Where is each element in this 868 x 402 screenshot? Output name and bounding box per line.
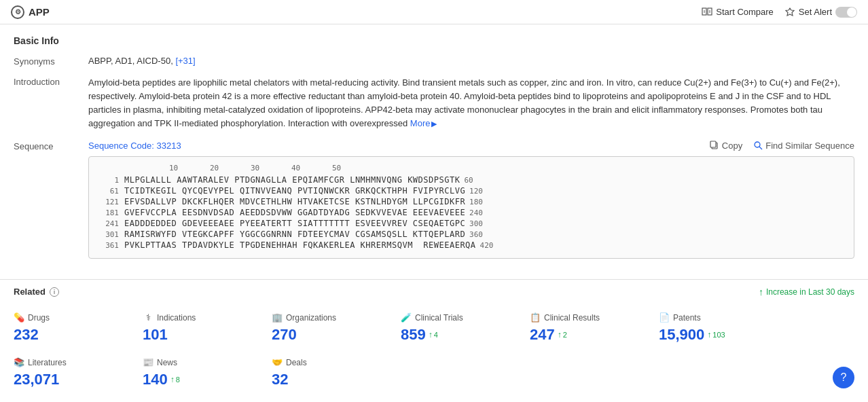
stats-grid: 💊 Drugs 232 ⚕ Indications 101 🏢 Organiza… — [0, 304, 868, 402]
copy-label: Copy — [722, 141, 742, 151]
stat-label: 📰 News — [143, 357, 272, 368]
sequence-row-item: 361PVKLPTTAAS TPDAVDKYLE TPGDENEHHAH FQK… — [97, 240, 846, 250]
stat-label: 📚 Literatures — [14, 357, 143, 368]
sequence-row-item: 121EFVSDALLVP DKCKFLHQER MDVCETHLHW HTVA… — [97, 197, 846, 206]
stat-value: 32 — [272, 371, 401, 388]
stat-badge: ↑ 8 — [170, 375, 180, 384]
basic-info-title: Basic Info — [14, 35, 854, 46]
seq-data: EFVSDALLVP DKCKFLHQER MDVCETHLHW HTVAKET… — [124, 197, 465, 206]
sequence-row-item: 61TCIDTKEGIL QYCQEVYPEL QITNVVEANQ PVTIQ… — [97, 186, 846, 196]
stat-value: 247 ↑ 2 — [530, 326, 659, 344]
header: ⚙ APP Start Compare Set Alert — [0, 0, 868, 24]
stat-label: 📄 Patents — [659, 312, 788, 323]
app-title: APP — [29, 6, 50, 18]
stat-item[interactable]: 🏢 Organizations 270 — [272, 312, 401, 344]
stat-item[interactable]: ⚕ Indications 101 — [143, 312, 272, 344]
seq-start-num: 121 — [97, 198, 124, 206]
app-logo: ⚙ APP — [11, 5, 50, 19]
header-actions: Start Compare Set Alert — [702, 7, 857, 18]
find-similar-button[interactable]: Find Similar Sequence — [753, 141, 854, 151]
increase-arrow-icon: ↑ — [759, 287, 763, 297]
seq-data: TCIDTKEGIL QYCQEVYPEL QITNVVEANQ PVTIQNW… — [124, 186, 465, 196]
stat-badge: ↑ 2 — [558, 330, 567, 340]
seq-start-num: 181 — [97, 208, 124, 217]
stat-value: 140 ↑ 8 — [143, 371, 272, 388]
seq-start-num: 1 — [97, 176, 124, 185]
synonyms-text: ABPP, AD1, AICD-50, — [88, 56, 173, 66]
stat-badge: ↑ 103 — [707, 330, 725, 340]
copy-button[interactable]: Copy — [710, 141, 742, 151]
stat-label: 🧪 Clinical Trials — [401, 312, 530, 323]
main-content: Basic Info Synonyms ABPP, AD1, AICD-50, … — [0, 24, 868, 279]
sequence-row-item: 241EADDDEDDED GDEVEEEAEE PYEEATERTT SIAT… — [97, 219, 846, 228]
stat-label: 🏢 Organizations — [272, 312, 401, 323]
stat-item[interactable]: 🧪 Clinical Trials 859 ↑ 4 — [401, 312, 530, 344]
svg-line-7 — [759, 147, 762, 149]
more-link[interactable]: More▶ — [410, 118, 437, 128]
stat-label: 💊 Drugs — [14, 312, 143, 323]
seq-start-num: 301 — [97, 230, 124, 239]
set-alert-button[interactable]: Set Alert — [784, 7, 857, 18]
seq-data: MLPGLALLL AAWTARALEV PTDGNAGLLA EPQIAMFC… — [124, 175, 460, 185]
stat-item[interactable]: 📰 News 140 ↑ 8 — [143, 357, 272, 388]
related-right: ↑ Increase in Last 30 days — [759, 287, 854, 297]
sequence-actions: Copy Find Similar Sequence — [710, 141, 854, 151]
introduction-text: Amyloid-beta peptides are lipophilic met… — [88, 77, 840, 128]
synonyms-row: Synonyms ABPP, AD1, AICD-50, [+31] — [14, 56, 854, 67]
seq-start-num: 61 — [97, 187, 124, 196]
synonyms-more-link[interactable]: [+31] — [175, 56, 195, 66]
stat-item[interactable]: 📚 Literatures 23,071 — [14, 357, 143, 388]
indications-icon: ⚕ — [143, 312, 153, 323]
stat-value: 15,900 ↑ 103 — [659, 326, 788, 344]
stat-value: 232 — [14, 326, 143, 344]
sequence-row-item: 1MLPGLALLL AAWTARALEV PTDGNAGLLA EPQIAMF… — [97, 175, 846, 185]
increase-label: Increase in Last 30 days — [766, 287, 854, 297]
results-icon: 📋 — [530, 312, 541, 323]
lit-icon: 📚 — [14, 357, 24, 368]
stat-label: 📋 Clinical Results — [530, 312, 659, 323]
stat-item[interactable]: 📋 Clinical Results 247 ↑ 2 — [530, 312, 659, 344]
stat-label: ⚕ Indications — [143, 312, 272, 323]
seq-ruler: 1020304050 — [124, 164, 846, 172]
alert-toggle[interactable] — [835, 7, 857, 18]
start-compare-label: Start Compare — [716, 7, 774, 17]
stat-item[interactable]: 🤝 Deals 32 — [272, 357, 401, 388]
ruler-marks: 1020304050 — [153, 164, 846, 172]
sequence-box[interactable]: 1020304050 1MLPGLALLL AAWTARALEV PTDGNAG… — [88, 156, 854, 259]
sequence-code-link[interactable]: Sequence Code: 33213 — [88, 141, 181, 151]
stat-item[interactable]: 📄 Patents 15,900 ↑ 103 — [659, 312, 788, 344]
related-label: Related — [14, 287, 46, 297]
alert-icon — [784, 7, 795, 18]
seq-end-num: 240 — [469, 208, 483, 217]
seq-data: RAMISRWYFD VTEGKCAPFF YGGCGGNRNN FDTEEYC… — [124, 230, 465, 239]
seq-end-num: 360 — [469, 230, 483, 239]
trials-icon: 🧪 — [401, 312, 412, 323]
more-arrow: ▶ — [431, 120, 437, 128]
stat-value: 23,071 — [14, 371, 143, 388]
synonyms-label: Synonyms — [14, 56, 88, 67]
sequence-header: Sequence Code: 33213 Copy — [88, 141, 854, 151]
sequence-row-item: 181GVEFVCCPLA EESDNVDSAD AEEDDSDVWW GGAD… — [97, 208, 846, 217]
sequence-label: Sequence — [14, 141, 88, 151]
related-left: Related i — [14, 287, 59, 297]
related-info-icon[interactable]: i — [50, 287, 59, 297]
patents-icon: 📄 — [659, 312, 670, 323]
stat-item[interactable]: 💊 Drugs 232 — [14, 312, 143, 344]
related-section: Related i ↑ Increase in Last 30 days 💊 D… — [0, 279, 868, 402]
sequence-row-item: 301RAMISRWYFD VTEGKCAPFF YGGCGGNRNN FDTE… — [97, 230, 846, 239]
gear-icon: ⚙ — [11, 5, 24, 19]
introduction-label: Introduction — [14, 76, 88, 87]
sequence-value: Sequence Code: 33213 Copy — [88, 141, 854, 259]
float-button[interactable]: ? — [833, 367, 854, 388]
synonyms-value: ABPP, AD1, AICD-50, [+31] — [88, 56, 854, 66]
svg-rect-5 — [710, 141, 716, 147]
introduction-value: Amyloid-beta peptides are lipophilic met… — [88, 76, 854, 131]
stat-badge: ↑ 4 — [429, 330, 438, 340]
svg-point-6 — [755, 142, 760, 147]
seq-end-num: 420 — [480, 241, 494, 250]
introduction-row: Introduction Amyloid-beta peptides are l… — [14, 76, 854, 131]
start-compare-button[interactable]: Start Compare — [702, 7, 774, 18]
seq-data: PVKLPTTAAS TPDAVDKYLE TPGDENEHHAH FQKAKE… — [124, 240, 476, 250]
search-icon — [753, 141, 763, 150]
seq-end-num: 60 — [464, 176, 473, 185]
